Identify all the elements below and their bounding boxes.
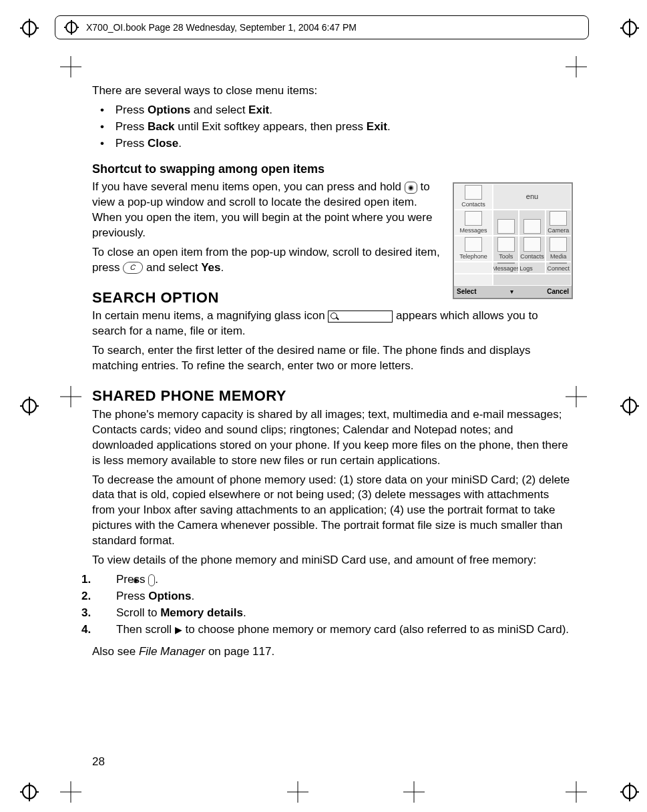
crop-info-text: X700_OI.book Page 28 Wednesday, Septembe… — [86, 21, 357, 34]
fig-side-messages: Messages — [454, 210, 493, 236]
menu-key-icon — [405, 182, 417, 194]
close-methods-list: Press Options and select Exit. Press Bac… — [92, 103, 573, 152]
memory-steps-list: 1.Press . 2.Press Options. 3.Scroll to M… — [92, 572, 573, 638]
list-item: Press Back until Exit softkey appears, t… — [100, 120, 573, 135]
memory-para-3: To view details of the phone memory and … — [92, 553, 573, 568]
memory-para-2: To decrease the amount of phone memory u… — [92, 473, 573, 550]
search-para-1: In certain menu items, a magnifying glas… — [92, 309, 573, 339]
list-item: Press Close. — [100, 136, 573, 152]
list-item: 2.Press Options. — [100, 589, 573, 604]
reg-mark-icon — [620, 397, 639, 415]
reg-mark-icon — [20, 783, 39, 801]
fig-cell — [519, 210, 545, 236]
reg-mark-icon — [20, 397, 39, 415]
fig-cell: Camera — [546, 210, 572, 236]
page-number: 28 — [92, 755, 105, 770]
fig-softkeys: Select ▾ Cancel — [454, 286, 572, 298]
menu-key-icon — [148, 574, 155, 586]
reg-mark-icon — [620, 19, 639, 37]
shortcut-heading: Shortcut to swapping among open items — [92, 161, 573, 177]
reg-mark-icon — [20, 19, 39, 37]
list-item: 4.Then scroll ▶ to choose phone memory o… — [100, 622, 573, 638]
fig-softkey-right: Cancel — [547, 287, 569, 296]
fig-title: enu — [493, 184, 572, 210]
fig-cell: Messages — [493, 262, 519, 274]
list-item: Press Options and select Exit. — [100, 103, 573, 118]
phone-menu-figure: Contacts enu Messages Camera Telephone T… — [453, 182, 573, 299]
search-para-2: To search, enter the first letter of the… — [92, 343, 573, 374]
page-body: There are several ways to close menu ite… — [92, 83, 573, 664]
list-item: 3.Scroll to Memory details. — [100, 606, 573, 621]
fig-cell — [493, 274, 572, 286]
list-item: 1.Press . — [100, 572, 573, 588]
fig-cell: Call Logs — [519, 262, 545, 274]
fig-side-empty — [454, 262, 493, 274]
fig-cell: Contacts — [519, 236, 545, 262]
reg-mark-icon — [620, 783, 639, 801]
down-arrow-icon: ▾ — [510, 287, 513, 296]
reg-mark-icon — [62, 18, 81, 37]
c-key-icon: C — [122, 262, 144, 274]
memory-para-1: The phone's memory capacity is shared by… — [92, 407, 573, 469]
memory-heading: SHARED PHONE MEMORY — [92, 386, 573, 406]
fig-cell: Tools — [493, 236, 519, 262]
fig-softkey-left: Select — [457, 287, 476, 296]
intro-text: There are several ways to close menu ite… — [92, 83, 573, 99]
magnifying-glass-icon — [328, 311, 393, 323]
fig-side-contacts: Contacts — [454, 184, 493, 210]
crop-info-bar: X700_OI.book Page 28 Wednesday, Septembe… — [55, 15, 589, 39]
right-arrow-icon: ▶ — [175, 624, 182, 635]
fig-cell: Connect — [546, 262, 572, 274]
fig-side-telephone: Telephone — [454, 236, 493, 262]
fig-cell — [493, 210, 519, 236]
also-see: Also see File Manager on page 117. — [92, 644, 573, 660]
fig-cell: Media — [546, 236, 572, 262]
fig-side-empty — [454, 274, 493, 286]
